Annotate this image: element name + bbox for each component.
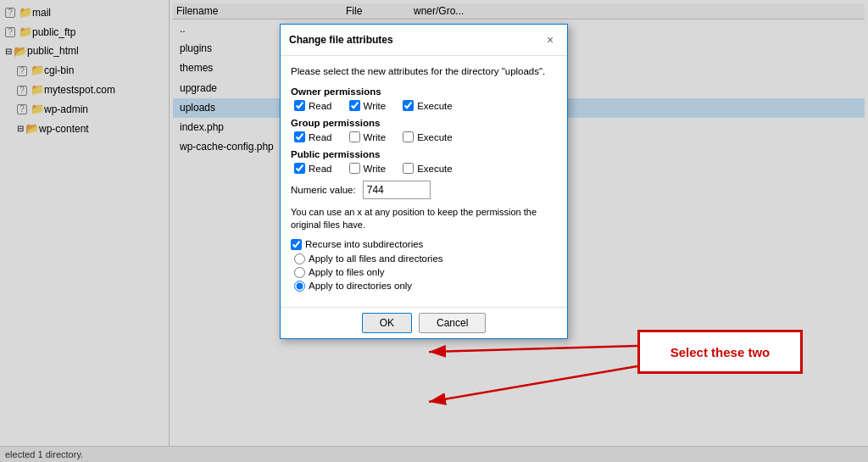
radio-files-only-input[interactable] (294, 267, 305, 278)
owner-read-input[interactable] (294, 100, 305, 111)
recurse-checkbox[interactable]: Recurse into subdirectories (291, 239, 557, 250)
annotation-text: Select these two (670, 345, 771, 359)
dialog-description: Please select the new attributes for the… (291, 64, 557, 78)
group-perm-row: Read Write Execute (294, 131, 557, 142)
owner-execute-input[interactable] (403, 100, 414, 111)
change-file-attributes-dialog: Change file attributes × Please select t… (280, 24, 568, 339)
numeric-label: Numeric value: (291, 185, 356, 195)
public-write-checkbox[interactable]: Write (349, 163, 387, 174)
dialog-footer: OK Cancel (281, 307, 567, 338)
owner-permissions-section: Owner permissions Read Write Execute (291, 86, 557, 111)
owner-write-input[interactable] (349, 100, 360, 111)
owner-execute-label: Execute (417, 101, 453, 111)
owner-read-label: Read (309, 101, 332, 111)
cancel-button[interactable]: Cancel (419, 313, 486, 333)
group-write-checkbox[interactable]: Write (349, 131, 387, 142)
radio-dirs-only-label: Apply to directories only (309, 281, 412, 291)
radio-files-only[interactable]: Apply to files only (294, 267, 557, 278)
group-read-input[interactable] (294, 131, 305, 142)
dialog-close-button[interactable]: × (542, 31, 559, 48)
group-permissions-section: Group permissions Read Write Execute (291, 118, 557, 142)
radio-all-files-input[interactable] (294, 253, 305, 264)
public-read-input[interactable] (294, 163, 305, 174)
radio-all-files[interactable]: Apply to all files and directories (294, 253, 557, 264)
group-execute-input[interactable] (403, 131, 414, 142)
radio-all-files-label: Apply to all files and directories (309, 253, 443, 264)
radio-dirs-only-input[interactable] (294, 281, 305, 292)
group-execute-label: Execute (417, 132, 453, 142)
recurse-section: Recurse into subdirectories Apply to all… (291, 239, 557, 292)
owner-perm-row: Read Write Execute (294, 100, 557, 111)
public-write-input[interactable] (349, 163, 360, 174)
numeric-input[interactable] (363, 181, 431, 199)
group-execute-checkbox[interactable]: Execute (403, 131, 453, 142)
ok-button[interactable]: OK (362, 313, 412, 333)
dialog-body: Please select the new attributes for the… (281, 56, 567, 307)
public-write-label: Write (364, 164, 387, 174)
owner-permissions-label: Owner permissions (291, 86, 557, 97)
public-execute-checkbox[interactable]: Execute (403, 163, 453, 174)
dialog-title: Change file attributes (289, 34, 393, 46)
group-read-checkbox[interactable]: Read (294, 131, 332, 142)
owner-execute-checkbox[interactable]: Execute (403, 100, 453, 111)
owner-write-label: Write (364, 101, 387, 111)
public-perm-row: Read Write Execute (294, 163, 557, 174)
dialog-titlebar: Change file attributes × (281, 25, 567, 56)
group-read-label: Read (309, 132, 332, 142)
hint-text: You can use an x at any position to keep… (291, 206, 557, 232)
numeric-row: Numeric value: (291, 181, 557, 199)
group-write-label: Write (364, 132, 387, 142)
owner-write-checkbox[interactable]: Write (349, 100, 387, 111)
public-read-label: Read (309, 164, 332, 174)
radio-files-only-label: Apply to files only (309, 267, 385, 277)
recurse-label: Recurse into subdirectories (305, 239, 423, 249)
public-permissions-label: Public permissions (291, 149, 557, 159)
public-execute-label: Execute (417, 164, 453, 174)
public-permissions-section: Public permissions Read Write Execute (291, 149, 557, 174)
recurse-input[interactable] (291, 239, 302, 250)
public-execute-input[interactable] (403, 163, 414, 174)
owner-read-checkbox[interactable]: Read (294, 100, 332, 111)
radio-dirs-only[interactable]: Apply to directories only (294, 281, 557, 292)
group-permissions-label: Group permissions (291, 118, 557, 128)
group-write-input[interactable] (349, 131, 360, 142)
public-read-checkbox[interactable]: Read (294, 163, 332, 174)
annotation-box: Select these two (637, 330, 803, 374)
